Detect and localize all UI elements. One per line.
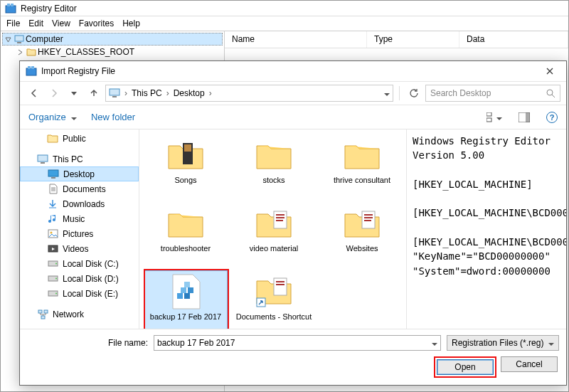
sidebar-item-public[interactable]: Public — [20, 131, 139, 146]
svg-rect-16 — [41, 162, 45, 164]
file-label: Websites — [346, 244, 378, 253]
svg-rect-18 — [51, 177, 55, 179]
dialog-body: PublicThis PCDesktopDocumentsDownloadsMu… — [20, 129, 566, 329]
file-tile[interactable]: video material — [232, 202, 316, 270]
sidebar-item-local-disk-c-[interactable]: Local Disk (C:) — [20, 256, 139, 271]
computer-icon — [14, 34, 24, 44]
file-tile[interactable]: troubleshooter — [144, 202, 228, 270]
svg-rect-3 — [15, 36, 23, 41]
view-mode-button[interactable] — [486, 110, 502, 125]
dialog-titlebar: Import Registry File — [20, 61, 566, 81]
organize-menu[interactable]: Organize — [28, 112, 77, 122]
folder-icon — [339, 137, 385, 173]
expand-icon[interactable] — [15, 47, 25, 57]
svg-point-23 — [55, 263, 57, 265]
search-box[interactable]: Search Desktop — [425, 85, 560, 102]
folder-icon — [26, 47, 36, 57]
vid-icon — [47, 243, 58, 255]
menu-favorites[interactable]: Favorites — [79, 18, 114, 28]
file-grid[interactable]: Songsstocksthrive consultanttroubleshoot… — [139, 129, 407, 329]
cancel-button[interactable]: Cancel — [501, 356, 558, 372]
sidebar-item-music[interactable]: Music — [20, 211, 139, 226]
sidebar-item-documents[interactable]: Documents — [20, 181, 139, 196]
pc-icon — [109, 88, 120, 98]
svg-rect-2 — [11, 4, 14, 6]
menu-file[interactable]: File — [6, 18, 20, 28]
file-label: troubleshooter — [161, 244, 211, 253]
sidebar-item-videos[interactable]: Videos — [20, 241, 139, 256]
refresh-button[interactable] — [405, 85, 422, 102]
tree-item-classes-root[interactable]: HKEY_CLASSES_ROOT — [2, 46, 223, 58]
menu-help[interactable]: Help — [122, 18, 140, 28]
sidebar-item-label: This PC — [53, 154, 83, 164]
svg-rect-6 — [28, 66, 31, 69]
crumb-loc[interactable]: Desktop — [174, 88, 205, 98]
sidebar-item-local-disk-d-[interactable]: Local Disk (D:) — [20, 271, 139, 286]
filename-label: File name: — [27, 338, 148, 348]
sidebar-item-label: Documents — [63, 184, 106, 194]
back-button[interactable] — [26, 85, 43, 102]
sidebar-item-network[interactable]: Network — [20, 307, 139, 322]
sidebar[interactable]: PublicThis PCDesktopDocumentsDownloadsMu… — [20, 129, 139, 329]
pc-icon — [37, 154, 48, 165]
menu-view[interactable]: View — [52, 18, 70, 28]
sidebar-item-local-disk-e-[interactable]: Local Disk (E:) — [20, 286, 139, 301]
filename-value: backup 17 Feb 2017 — [157, 338, 235, 348]
file-tile[interactable]: Songs — [144, 134, 228, 202]
crumb-root[interactable]: This PC — [132, 88, 162, 98]
tree-item-label: HKEY_CLASSES_ROOT — [38, 47, 134, 57]
forward-button[interactable] — [46, 85, 63, 102]
preview-pane: Windows Registry Editor Version 5.00 [HK… — [407, 129, 566, 329]
filename-input[interactable]: backup 17 Feb 2017 — [154, 335, 441, 351]
svg-rect-17 — [48, 170, 58, 176]
close-button[interactable] — [539, 64, 560, 78]
col-name[interactable]: Name — [225, 31, 367, 48]
sidebar-item-this-pc[interactable]: This PC — [20, 152, 139, 166]
net-icon — [37, 309, 48, 320]
svg-rect-4 — [17, 42, 21, 43]
sidebar-item-downloads[interactable]: Downloads — [20, 196, 139, 211]
open-button[interactable]: Open — [437, 359, 494, 375]
menu-edit[interactable]: Edit — [28, 18, 43, 28]
preview-pane-button[interactable] — [516, 110, 532, 125]
filename-dropdown-icon[interactable] — [432, 338, 437, 348]
col-type[interactable]: Type — [367, 31, 459, 48]
svg-rect-30 — [41, 316, 45, 319]
collapse-icon[interactable] — [3, 34, 13, 44]
highlight-annotation: Open — [434, 356, 496, 378]
breadcrumb[interactable]: This PC Desktop — [105, 85, 393, 102]
list-header: Name Type Data — [225, 31, 568, 48]
down-icon — [47, 198, 58, 210]
help-button[interactable]: ? — [546, 112, 558, 123]
folder-music-icon — [163, 137, 208, 173]
sidebar-item-label: Desktop — [63, 169, 95, 179]
sidebar-item-label: Local Disk (C:) — [63, 259, 119, 269]
sidebar-item-label: Pictures — [63, 229, 93, 239]
svg-point-25 — [55, 278, 57, 280]
file-tile[interactable]: Documents - Shortcut — [232, 270, 316, 329]
up-button[interactable] — [85, 85, 102, 102]
filter-label: Registration Files (*.reg) — [452, 338, 543, 348]
svg-rect-28 — [38, 310, 42, 313]
col-data[interactable]: Data — [459, 31, 568, 48]
sidebar-item-pictures[interactable]: Pictures — [20, 226, 139, 241]
svg-rect-0 — [6, 6, 16, 13]
sidebar-item-desktop[interactable]: Desktop — [20, 166, 139, 181]
filetype-filter[interactable]: Registration Files (*.reg) — [447, 335, 559, 351]
tree-root[interactable]: Computer — [2, 33, 223, 46]
file-tile[interactable]: stocks — [232, 134, 316, 202]
recent-dropdown[interactable] — [65, 85, 83, 102]
import-dialog: Import Registry File This PC Desktop Sea… — [19, 60, 567, 386]
crumb-dropdown[interactable] — [384, 88, 390, 98]
desktop-icon — [48, 169, 59, 180]
file-tile[interactable]: thrive consultant — [320, 134, 404, 202]
sidebar-item-label: Downloads — [63, 199, 105, 209]
new-folder-button[interactable]: New folder — [91, 112, 135, 122]
dialog-footer: File name: backup 17 Feb 2017 Registrati… — [20, 329, 566, 385]
sidebar-item-label: Local Disk (E:) — [63, 289, 118, 299]
folder-doc-icon — [251, 206, 297, 241]
dialog-title: Import Registry File — [41, 66, 115, 76]
sidebar-item-label: Local Disk (D:) — [63, 274, 119, 284]
disk-icon — [47, 258, 58, 270]
file-tile[interactable]: Websites — [320, 202, 404, 270]
